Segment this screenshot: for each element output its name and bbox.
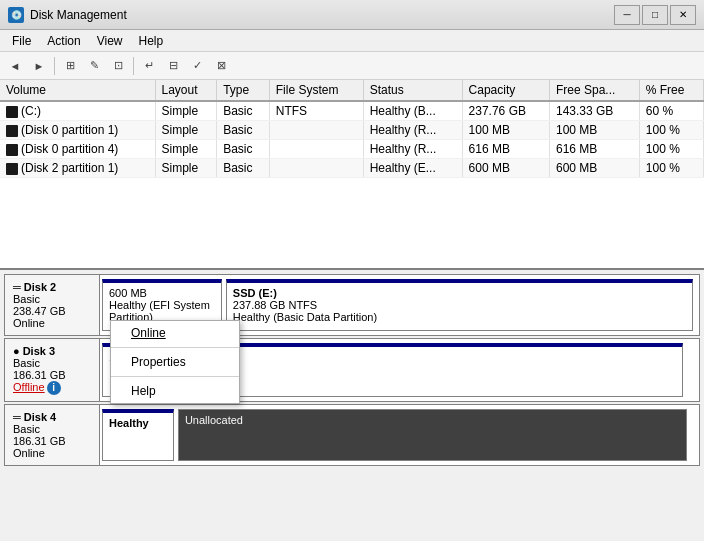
cell-percentfree: 100 % bbox=[639, 159, 703, 178]
volume-properties-button[interactable]: ✎ bbox=[83, 55, 105, 77]
cell-capacity: 100 MB bbox=[462, 121, 549, 140]
context-sep-1 bbox=[111, 347, 239, 348]
cell-status: Healthy (R... bbox=[363, 140, 462, 159]
cell-type: Basic bbox=[217, 140, 270, 159]
cell-filesystem bbox=[269, 121, 363, 140]
disk-size-label: 238.47 GB bbox=[13, 305, 91, 317]
cell-volume: (Disk 0 partition 4) bbox=[0, 140, 155, 159]
partition-disk4-1[interactable]: Unallocated bbox=[178, 409, 687, 461]
disk-status-icon: ═ bbox=[13, 281, 21, 293]
help-button[interactable]: ↵ bbox=[138, 55, 160, 77]
disk-row-disk3[interactable]: ● Disk 3 Basic 186.31 GB Offlinei 186.31… bbox=[4, 338, 700, 402]
partition-label: SSD (E:) bbox=[233, 287, 686, 299]
col-filesystem: File System bbox=[269, 80, 363, 101]
disk-size-label: 186.31 GB bbox=[13, 369, 91, 381]
volume-table-area: Volume Layout Type File System Status Ca… bbox=[0, 80, 704, 270]
cell-percentfree: 60 % bbox=[639, 101, 703, 121]
cell-freespace: 600 MB bbox=[549, 159, 639, 178]
cell-capacity: 237.76 GB bbox=[462, 101, 549, 121]
partition-size: 600 MB bbox=[109, 287, 215, 299]
disk-size-label: 186.31 GB bbox=[13, 435, 91, 447]
cell-layout: Simple bbox=[155, 101, 217, 121]
cell-capacity: 600 MB bbox=[462, 159, 549, 178]
partition-status: Healthy (Basic Data Partition) bbox=[233, 311, 686, 323]
maximize-button[interactable]: □ bbox=[642, 5, 668, 25]
disk-label-disk4: ═ Disk 4 Basic 186.31 GB Online bbox=[5, 405, 100, 465]
col-percentfree: % Free bbox=[639, 80, 703, 101]
cell-filesystem bbox=[269, 159, 363, 178]
cell-freespace: 616 MB bbox=[549, 140, 639, 159]
col-status: Status bbox=[363, 80, 462, 101]
disk-type-label: Basic bbox=[13, 423, 91, 435]
main-content: Volume Layout Type File System Status Ca… bbox=[0, 80, 704, 541]
cell-volume: (Disk 2 partition 1) bbox=[0, 159, 155, 178]
cell-layout: Simple bbox=[155, 121, 217, 140]
cell-freespace: 100 MB bbox=[549, 121, 639, 140]
disk-label-disk2: ═ Disk 2 Basic 238.47 GB Online bbox=[5, 275, 100, 335]
disk-view-area: ═ Disk 2 Basic 238.47 GB Online 600 MBHe… bbox=[0, 270, 704, 541]
disk-row-disk2[interactable]: ═ Disk 2 Basic 238.47 GB Online 600 MBHe… bbox=[4, 274, 700, 336]
rescan-button[interactable]: ⊡ bbox=[107, 55, 129, 77]
cell-type: Basic bbox=[217, 159, 270, 178]
window-title: Disk Management bbox=[30, 8, 614, 22]
close-button[interactable]: ✕ bbox=[670, 5, 696, 25]
table-row[interactable]: (Disk 0 partition 1) Simple Basic Health… bbox=[0, 121, 704, 140]
partition-disk2-1[interactable]: SSD (E:)237.88 GB NTFSHealthy (Basic Dat… bbox=[226, 279, 693, 331]
menu-help[interactable]: Help bbox=[131, 30, 172, 51]
context-menu-online[interactable]: Online bbox=[111, 321, 239, 345]
toolbar: ◄ ► ⊞ ✎ ⊡ ↵ ⊟ ✓ ⊠ bbox=[0, 52, 704, 80]
app-icon: 💿 bbox=[8, 7, 24, 23]
cell-freespace: 143.33 GB bbox=[549, 101, 639, 121]
cell-status: Healthy (R... bbox=[363, 121, 462, 140]
disk-status-icon: ═ bbox=[13, 411, 21, 423]
cell-status: Healthy (B... bbox=[363, 101, 462, 121]
cell-type: Basic bbox=[217, 101, 270, 121]
context-menu-help[interactable]: Help bbox=[111, 379, 239, 403]
volume-icon bbox=[6, 144, 18, 156]
cell-filesystem: NTFS bbox=[269, 101, 363, 121]
toolbar-btn-6[interactable]: ✓ bbox=[186, 55, 208, 77]
table-row[interactable]: (Disk 0 partition 4) Simple Basic Health… bbox=[0, 140, 704, 159]
disk-properties-button[interactable]: ⊞ bbox=[59, 55, 81, 77]
disk-online-label: Online bbox=[13, 447, 91, 459]
col-capacity: Capacity bbox=[462, 80, 549, 101]
cell-capacity: 616 MB bbox=[462, 140, 549, 159]
disk-name-label: Disk 2 bbox=[24, 281, 56, 293]
disk-name-label: Disk 4 bbox=[24, 411, 56, 423]
disk-online-label: Offlinei bbox=[13, 381, 91, 395]
context-sep-2 bbox=[111, 376, 239, 377]
col-freespace: Free Spa... bbox=[549, 80, 639, 101]
context-menu: Online Properties Help bbox=[110, 320, 240, 404]
disk-online-label: Online bbox=[13, 317, 91, 329]
disk-type-label: Basic bbox=[13, 293, 91, 305]
context-menu-properties[interactable]: Properties bbox=[111, 350, 239, 374]
menu-bar: File Action View Help bbox=[0, 30, 704, 52]
title-bar: 💿 Disk Management ─ □ ✕ bbox=[0, 0, 704, 30]
window-controls: ─ □ ✕ bbox=[614, 5, 696, 25]
partition-disk4-0[interactable]: Healthy bbox=[102, 409, 174, 461]
forward-button[interactable]: ► bbox=[28, 55, 50, 77]
cell-status: Healthy (E... bbox=[363, 159, 462, 178]
back-button[interactable]: ◄ bbox=[4, 55, 26, 77]
volume-icon bbox=[6, 163, 18, 175]
menu-view[interactable]: View bbox=[89, 30, 131, 51]
partition-label: Unallocated bbox=[185, 414, 680, 426]
disk-partitions-disk4: HealthyUnallocated bbox=[100, 405, 699, 465]
cell-type: Basic bbox=[217, 121, 270, 140]
disk-name-label: Disk 3 bbox=[23, 345, 55, 357]
table-row[interactable]: (Disk 2 partition 1) Simple Basic Health… bbox=[0, 159, 704, 178]
col-volume: Volume bbox=[0, 80, 155, 101]
disk-row-disk4[interactable]: ═ Disk 4 Basic 186.31 GB Online HealthyU… bbox=[4, 404, 700, 466]
volume-icon bbox=[6, 125, 18, 137]
menu-action[interactable]: Action bbox=[39, 30, 88, 51]
toolbar-btn-5[interactable]: ⊟ bbox=[162, 55, 184, 77]
menu-file[interactable]: File bbox=[4, 30, 39, 51]
disk-label-disk3: ● Disk 3 Basic 186.31 GB Offlinei bbox=[5, 339, 100, 401]
volume-icon bbox=[6, 106, 18, 118]
minimize-button[interactable]: ─ bbox=[614, 5, 640, 25]
table-row[interactable]: (C:) Simple Basic NTFS Healthy (B... 237… bbox=[0, 101, 704, 121]
disk-type-label: Basic bbox=[13, 357, 91, 369]
partition-label: Healthy bbox=[109, 417, 167, 429]
toolbar-btn-7[interactable]: ⊠ bbox=[210, 55, 232, 77]
cell-volume: (Disk 0 partition 1) bbox=[0, 121, 155, 140]
